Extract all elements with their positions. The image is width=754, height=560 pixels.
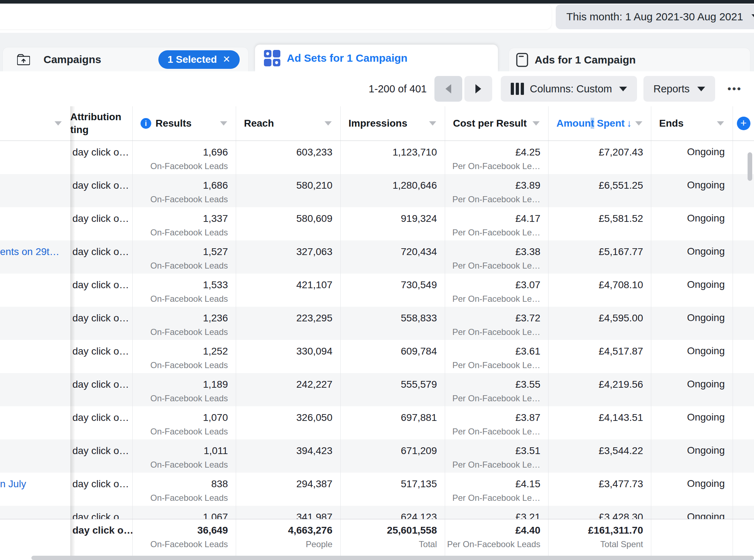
results-cell: 1,337On-Facebook Leads	[133, 207, 236, 240]
adsets-tab-label: Ad Sets for 1 Campaign	[287, 52, 407, 64]
filter-caret-icon[interactable]	[717, 121, 724, 126]
ends-cell: Ongoing	[651, 274, 733, 307]
cost-per-result-cell: £4.17Per On-Facebook Le…	[445, 207, 549, 240]
reach-cell: 242,227	[236, 373, 341, 406]
reach-column-header[interactable]: Reach	[236, 106, 341, 141]
table-row[interactable]: day click o… 1,189On-Facebook Leads 242,…	[0, 373, 754, 406]
impressions-cell: 609,784	[341, 340, 445, 373]
table-row[interactable]: day click o… 1,337On-Facebook Leads 580,…	[0, 207, 754, 240]
results-cell: 1,696On-Facebook Leads	[133, 141, 236, 174]
filter-caret-icon[interactable]	[429, 121, 436, 126]
results-column-header[interactable]: i Results	[133, 106, 236, 141]
chevron-down-icon	[752, 14, 754, 19]
ends-cell: Ongoing	[651, 439, 733, 473]
results-cell: 1,067On-Facebook Leads	[133, 506, 236, 519]
attribution-column-header[interactable]: Attribution ting	[70, 106, 133, 141]
amount-spent-cell: £3,428.30	[549, 506, 651, 519]
adsets-table: Attribution ting i Results Reach Impress…	[0, 106, 754, 557]
reports-button[interactable]: Reports	[643, 76, 715, 102]
cost-per-result-cell: £3.07Per On-Facebook Le…	[445, 274, 549, 307]
amount-spent-cell: £6,551.25	[549, 174, 651, 207]
ends-cell: Ongoing	[651, 373, 733, 406]
partial-row-clip: day click o… 1,067On-Facebook Leads 341,…	[0, 506, 754, 519]
table-row[interactable]: n July day click o… 838On-Facebook Leads…	[0, 473, 754, 506]
close-icon[interactable]: ✕	[223, 54, 230, 65]
impressions-header-label: Impressions	[348, 118, 407, 129]
table-row[interactable]: day click o… 1,011On-Facebook Leads 394,…	[0, 439, 754, 473]
attribution-cell: day click o…	[70, 506, 133, 519]
filter-caret-icon[interactable]	[55, 121, 62, 126]
info-icon[interactable]: i	[141, 118, 151, 129]
filter-caret-icon[interactable]	[220, 121, 227, 126]
ends-cell: Ongoing	[651, 174, 733, 207]
filter-caret-icon[interactable]	[533, 121, 540, 126]
more-options-button[interactable]: •••	[724, 83, 745, 95]
table-toolbar: 1-200 of 401 Columns: Custom Reports •••	[0, 71, 754, 106]
impressions-cell: 671,209	[341, 439, 445, 473]
table-row[interactable]: day click o… 1,252On-Facebook Leads 330,…	[0, 340, 754, 373]
columns-button[interactable]: Columns: Custom	[501, 76, 637, 102]
table-body: day click o… 1,696On-Facebook Leads 603,…	[0, 141, 754, 519]
cost-per-result-cell: £3.38Per On-Facebook Le…	[445, 240, 549, 274]
ends-cell: Ongoing	[651, 473, 733, 506]
attribution-cell: day click o…	[70, 373, 133, 406]
reach-cell: 294,387	[236, 473, 341, 506]
table-row[interactable]: day click o… 1,696On-Facebook Leads 603,…	[0, 141, 754, 174]
tab-adsets[interactable]: Ad Sets for 1 Campaign	[255, 45, 498, 71]
arrow-left-icon	[445, 84, 451, 93]
table-row[interactable]: day click o… 1,236On-Facebook Leads 223,…	[0, 307, 754, 340]
vertical-scrollbar-thumb[interactable]	[748, 152, 752, 181]
date-range-label: This month: 1 Aug 2021-30 Aug 2021	[566, 11, 743, 23]
attribution-header-line1: Attribution	[70, 111, 121, 123]
columns-button-label: Columns: Custom	[530, 83, 612, 95]
amount-spent-cell: £7,207.43	[549, 141, 651, 174]
ends-column-header[interactable]: Ends	[651, 106, 733, 141]
horizontal-scrollbar-thumb[interactable]	[31, 556, 754, 560]
amount-spent-cell: £4,143.51	[549, 406, 651, 439]
tab-campaigns[interactable]: Campaigns 1 Selected ✕	[3, 47, 248, 71]
filter-caret-icon[interactable]	[635, 121, 642, 126]
table-row[interactable]: day click o… 1,070On-Facebook Leads 326,…	[0, 406, 754, 439]
date-range-button[interactable]: This month: 1 Aug 2021-30 Aug 2021	[556, 4, 754, 29]
adset-name-link[interactable]: ents on 29t…	[0, 246, 60, 257]
impressions-cell: 555,579	[341, 373, 445, 406]
filter-caret-icon[interactable]	[325, 121, 332, 126]
table-row[interactable]: day click o… 1,533On-Facebook Leads 421,…	[0, 274, 754, 307]
table-header-row: Attribution ting i Results Reach Impress…	[0, 106, 754, 141]
attribution-cell: day click o…	[70, 340, 133, 373]
next-page-button[interactable]	[464, 76, 492, 102]
impressions-column-header[interactable]: Impressions	[341, 106, 445, 141]
reports-button-label: Reports	[653, 83, 690, 95]
tab-ads[interactable]: Ads for 1 Campaign	[509, 48, 750, 71]
table-row[interactable]: day click o… 1,067On-Facebook Leads 341,…	[0, 506, 754, 519]
cost-per-result-column-header[interactable]: Cost per Result	[445, 106, 549, 141]
totals-row: day click o… 36,649 On-Facebook Leads 4,…	[0, 519, 754, 557]
totals-cost-per-result: £4.40 Per On-Facebook Leads	[445, 519, 549, 557]
search-bar[interactable]	[0, 4, 551, 29]
reach-cell: 580,609	[236, 207, 341, 240]
cost-per-result-cell: £3.51Per On-Facebook Le…	[445, 439, 549, 473]
amount-spent-column-header[interactable]: Amount Spent↓	[549, 106, 651, 141]
totals-results: 36,649 On-Facebook Leads	[133, 519, 236, 557]
attribution-cell: day click o…	[70, 473, 133, 506]
add-column-button[interactable]: +	[737, 117, 750, 130]
prev-page-button[interactable]	[434, 76, 462, 102]
reach-cell: 421,107	[236, 274, 341, 307]
ends-cell: Ongoing	[651, 141, 733, 174]
selected-badge[interactable]: 1 Selected ✕	[158, 50, 240, 69]
ends-cell: Ongoing	[651, 307, 733, 340]
cost-per-result-cell: £3.72Per On-Facebook Le…	[445, 307, 549, 340]
results-cell: 1,686On-Facebook Leads	[133, 174, 236, 207]
attribution-cell: day click o…	[70, 207, 133, 240]
table-row[interactable]: day click o… 1,686On-Facebook Leads 580,…	[0, 174, 754, 207]
table-row[interactable]: ents on 29t… day click o… 1,527On-Facebo…	[0, 240, 754, 274]
adset-name-link[interactable]: n July	[0, 478, 26, 489]
add-column-cell: +	[733, 106, 754, 141]
adsets-grid-icon	[264, 50, 280, 66]
name-column-header[interactable]	[0, 106, 70, 141]
reach-header-label: Reach	[244, 118, 274, 129]
impressions-cell: 730,549	[341, 274, 445, 307]
impressions-cell: 1,123,710	[341, 141, 445, 174]
impressions-cell: 919,324	[341, 207, 445, 240]
amount-spent-cell: £5,167.77	[549, 240, 651, 274]
